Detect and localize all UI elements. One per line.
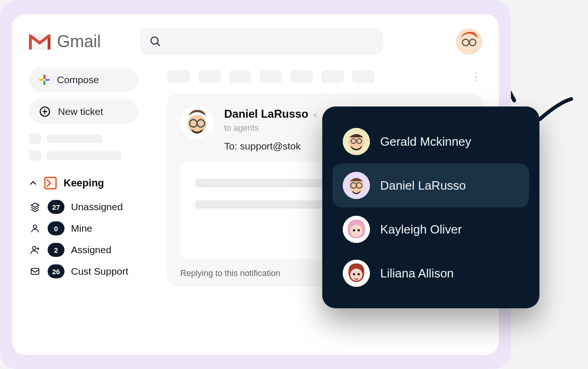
sidebar-item-label: Assigned [71, 244, 111, 255]
svg-rect-13 [45, 79, 50, 81]
svg-point-38 [353, 229, 355, 232]
avatar-icon [343, 260, 370, 287]
envelope-icon [30, 266, 40, 277]
svg-point-39 [358, 229, 360, 232]
plus-multicolor-icon [39, 75, 50, 85]
plus-circle-icon [39, 106, 50, 117]
svg-marker-18 [31, 203, 39, 207]
mail-actions-toolbar: ⋮ [167, 67, 482, 86]
toolbar-action-placeholder[interactable] [167, 70, 190, 83]
avatar-icon [456, 28, 482, 55]
account-avatar[interactable] [456, 28, 482, 55]
toolbar-action-placeholder[interactable] [198, 70, 220, 83]
toolbar-action-placeholder[interactable] [260, 70, 282, 83]
svg-point-43 [358, 273, 360, 276]
assignee-name: Liliana Allison [380, 266, 454, 281]
search-input[interactable] [140, 28, 383, 55]
assignee-avatar [343, 216, 370, 243]
keeping-section-toggle[interactable]: Keeping [29, 177, 150, 190]
toolbar-action-placeholder[interactable] [321, 70, 344, 83]
assignee-option[interactable]: Daniel LaRusso [333, 163, 529, 207]
svg-rect-11 [43, 81, 45, 85]
sidebar-placeholder-group [29, 134, 150, 161]
assignee-name: Gerald Mckinney [380, 135, 471, 149]
svg-line-5 [157, 43, 159, 45]
svg-point-20 [33, 247, 36, 250]
more-actions-icon[interactable]: ⋮ [471, 71, 482, 83]
sidebar-item-label: Mine [71, 223, 92, 234]
badge-count: 27 [48, 200, 64, 214]
avatar-icon [343, 172, 370, 199]
gmail-envelope-icon [29, 34, 50, 50]
person-icon [30, 223, 40, 234]
recipients-label: to agents [224, 123, 318, 133]
sidebar-item-assigned[interactable]: 2 Assigned [29, 243, 150, 257]
assignee-avatar [343, 260, 370, 287]
toolbar-action-placeholder[interactable] [229, 70, 251, 83]
gmail-logo[interactable]: Gmail [29, 32, 101, 51]
keeping-section-title: Keeping [64, 177, 104, 189]
new-ticket-button[interactable]: New ticket [29, 99, 138, 124]
search-icon [149, 35, 162, 48]
avatar-icon [343, 216, 370, 243]
assignee-option[interactable]: Liliana Allison [333, 251, 529, 295]
person-plus-icon [30, 245, 40, 255]
gmail-logo-text: Gmail [57, 32, 101, 51]
svg-point-19 [33, 225, 36, 228]
avatar-icon [180, 106, 214, 139]
assignee-picker-popup: Gerald Mckinney Daniel LaRusso [322, 106, 539, 308]
sidebar-item-label: Cust Support [71, 266, 128, 277]
sidebar: Compose New ticket [29, 67, 150, 345]
assignee-avatar [343, 128, 370, 155]
toolbar-action-placeholder[interactable] [352, 70, 375, 83]
badge-count: 26 [48, 264, 64, 278]
stack-icon [30, 202, 40, 212]
to-line: To: support@stok [224, 141, 318, 152]
chevron-up-icon [29, 179, 37, 187]
top-bar: Gmail [29, 28, 482, 55]
assignee-avatar [343, 172, 370, 199]
compose-button[interactable]: Compose [29, 67, 138, 92]
svg-point-37 [350, 225, 362, 237]
avatar-icon [343, 128, 370, 155]
assignee-option[interactable]: Kayleigh Oliver [333, 207, 529, 251]
new-ticket-label: New ticket [58, 106, 103, 117]
svg-rect-23 [31, 269, 39, 275]
badge-count: 0 [48, 221, 64, 235]
sidebar-item-mine[interactable]: 0 Mine [29, 221, 150, 235]
message-body-placeholder-line [195, 179, 340, 187]
sidebar-item-unassigned[interactable]: 27 Unassigned [29, 200, 150, 214]
sender-angle-bracket: < [313, 111, 318, 119]
sender-avatar [180, 106, 214, 139]
assignee-option[interactable]: Gerald Mckinney [333, 120, 529, 163]
toolbar-action-placeholder[interactable] [290, 70, 313, 83]
sidebar-item-cust-support[interactable]: 26 Cust Support [29, 264, 150, 278]
sender-name: Daniel LaRusso [224, 107, 308, 120]
compose-label: Compose [57, 74, 99, 85]
assignee-name: Daniel LaRusso [380, 178, 466, 193]
svg-rect-10 [43, 75, 45, 79]
svg-point-42 [353, 273, 355, 276]
assignee-name: Kayleigh Oliver [380, 222, 462, 237]
svg-rect-12 [39, 79, 43, 81]
keeping-logo-icon [44, 177, 57, 190]
sidebar-item-label: Unassigned [71, 201, 123, 213]
badge-count: 2 [48, 243, 64, 257]
